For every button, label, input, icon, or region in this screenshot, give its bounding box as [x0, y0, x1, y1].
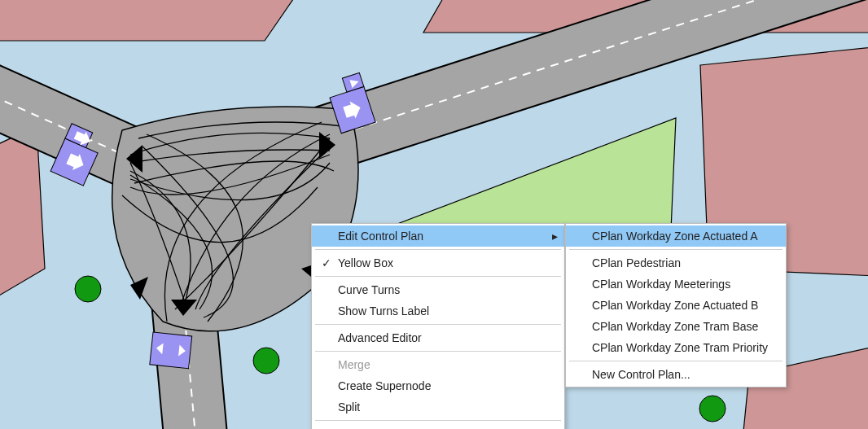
svg-marker-1	[0, 0, 309, 41]
menu-item-label: Split	[338, 401, 360, 414]
menu-separator	[315, 324, 561, 325]
menu-item-edit-control-plan[interactable]: Edit Control Plan ▸	[312, 225, 564, 247]
svg-point-34	[253, 348, 279, 374]
context-menu[interactable]: Edit Control Plan ▸ ✓ Yellow Box Curve T…	[311, 223, 565, 429]
menu-item-label: Merge	[338, 358, 370, 371]
menu-item-arrange[interactable]: Arrange ▸	[312, 423, 564, 429]
submenu-item-cplan-tram-prio[interactable]: CPlan Workday Zone Tram Priority	[566, 337, 786, 358]
menu-item-label: CPlan Workday Zone Tram Priority	[592, 341, 768, 354]
submenu-item-new-plan[interactable]: New Control Plan...	[566, 364, 786, 385]
context-submenu[interactable]: CPlan Workday Zone Actuated A CPlan Pede…	[565, 223, 787, 387]
menu-item-merge: Merge	[312, 354, 564, 375]
submenu-item-cplan-b[interactable]: CPlan Workday Zone Actuated B	[566, 295, 786, 316]
menu-item-curve-turns[interactable]: Curve Turns	[312, 279, 564, 300]
menu-item-split[interactable]: Split	[312, 396, 564, 418]
menu-item-label: CPlan Workday Zone Tram Base	[592, 320, 758, 333]
menu-item-show-turns-label[interactable]: Show Turns Label	[312, 300, 564, 322]
menu-item-label: CPlan Workday Meeterings	[592, 278, 730, 291]
submenu-item-cplan-tram-base[interactable]: CPlan Workday Zone Tram Base	[566, 316, 786, 337]
menu-separator	[569, 249, 783, 250]
menu-item-label: Show Turns Label	[338, 304, 429, 317]
check-icon: ✓	[318, 252, 335, 274]
submenu-arrow-icon: ▸	[552, 423, 558, 429]
menu-item-label: New Control Plan...	[592, 368, 690, 381]
submenu-arrow-icon: ▸	[552, 225, 558, 247]
menu-item-label: CPlan Pedestrian	[592, 256, 681, 269]
menu-separator	[315, 351, 561, 352]
menu-separator	[315, 276, 561, 277]
menu-item-label: Curve Turns	[338, 283, 400, 296]
svg-rect-30	[150, 332, 192, 369]
menu-item-label: CPlan Workday Zone Actuated B	[592, 299, 758, 312]
menu-item-label: Create Supernode	[338, 379, 431, 392]
submenu-item-cplan-a[interactable]: CPlan Workday Zone Actuated A	[566, 225, 786, 247]
submenu-item-cplan-meeter[interactable]: CPlan Workday Meeterings	[566, 274, 786, 295]
submenu-item-cplan-ped[interactable]: CPlan Pedestrian	[566, 252, 786, 274]
menu-item-label: Yellow Box	[338, 256, 393, 269]
menu-separator	[315, 420, 561, 421]
svg-point-35	[699, 396, 726, 422]
menu-item-label: CPlan Workday Zone Actuated A	[592, 230, 758, 243]
menu-separator	[569, 361, 783, 361]
menu-item-yellow-box[interactable]: ✓ Yellow Box	[312, 252, 564, 274]
menu-item-create-supernode[interactable]: Create Supernode	[312, 375, 564, 396]
menu-item-label: Edit Control Plan	[338, 230, 423, 243]
menu-item-advanced-editor[interactable]: Advanced Editor	[312, 327, 564, 348]
menu-separator	[315, 249, 561, 250]
svg-point-33	[75, 276, 101, 302]
menu-item-label: Advanced Editor	[338, 331, 422, 344]
